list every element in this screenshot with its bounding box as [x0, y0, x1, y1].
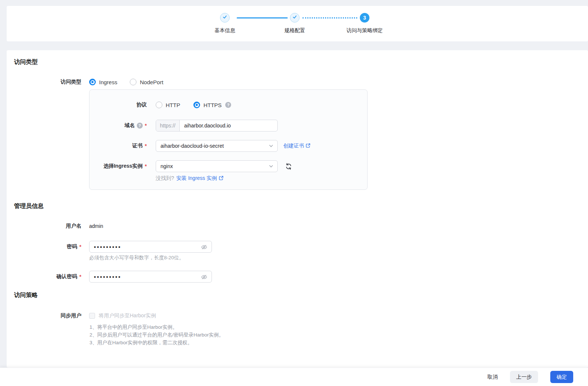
domain-row: 域名 ? * https:// aiharbor.daocloud.io	[89, 120, 367, 131]
required-asterisk: *	[145, 143, 147, 149]
access-type-row: 访问类型 Ingress NodePort	[7, 76, 588, 88]
password-masked-value: •••••••••	[94, 244, 121, 250]
confirm-password-label: 确认密码	[57, 273, 77, 280]
certificate-label: 证书	[132, 143, 143, 149]
chevron-down-icon	[268, 163, 274, 170]
previous-step-button[interactable]: 上一步	[510, 371, 538, 383]
certificate-value: aiharbor-daocloud-io-secret	[160, 143, 224, 149]
section-title-access-type: 访问类型	[14, 58, 38, 66]
section-title-admin-info: 管理员信息	[14, 202, 44, 210]
chevron-down-icon	[268, 143, 274, 150]
not-found-text: 没找到?	[156, 175, 174, 182]
check-icon	[292, 14, 297, 21]
required-asterisk: *	[80, 244, 81, 250]
certificate-row: 证书 * aiharbor-daocloud-io-secret 创建证书	[89, 140, 367, 152]
domain-value: aiharbor.daocloud.io	[180, 123, 235, 129]
step-3-current-circle: 3	[360, 13, 369, 23]
access-type-label: 访问类型	[7, 79, 81, 85]
radio-https[interactable]	[193, 102, 200, 108]
certificate-select[interactable]: aiharbor-daocloud-io-secret	[156, 140, 278, 152]
radio-http-label[interactable]: HTTP	[166, 102, 180, 108]
step-1-done-circle	[220, 13, 230, 23]
ingress-instance-row: 选择Ingress实例 * nginx	[89, 160, 367, 172]
step-label-spec-config: 规格配置	[254, 27, 335, 34]
required-asterisk: *	[145, 123, 147, 129]
step-number: 3	[363, 15, 366, 21]
eye-off-icon[interactable]	[200, 243, 208, 251]
sync-users-checkbox-label: 将用户同步至Harbor实例	[99, 312, 156, 319]
password-hint: 必须包含大小写字母和数字，长度8-20位。	[89, 255, 184, 261]
refresh-icon[interactable]	[285, 163, 293, 170]
radio-ingress[interactable]	[89, 79, 96, 85]
install-ingress-link-text: 安装 Ingress 实例	[176, 175, 217, 182]
step-label-access-policy-binding: 访问与策略绑定	[324, 27, 405, 34]
create-harbor-wizard-page: 3 基本信息 规格配置 访问与策略绑定 访问类型 访问类型 Ingress No…	[0, 0, 588, 386]
create-certificate-link-text: 创建证书	[283, 143, 304, 149]
stepper-card: 3 基本信息 规格配置 访问与策略绑定	[7, 6, 588, 41]
check-icon	[222, 14, 227, 21]
https-help-icon[interactable]: ?	[225, 102, 231, 108]
radio-https-label[interactable]: HTTPS	[203, 102, 222, 108]
step-connector-solid	[237, 17, 288, 18]
protocol-row: 协议 HTTP HTTPS ?	[89, 99, 367, 110]
username-row: 用户名 admin	[7, 220, 588, 232]
radio-nodeport[interactable]	[130, 79, 136, 85]
cancel-button[interactable]: 取消	[487, 371, 498, 383]
step-2-done-circle	[290, 13, 300, 23]
domain-label: 域名	[125, 122, 135, 129]
radio-nodeport-label[interactable]: NodePort	[140, 79, 163, 85]
install-ingress-link[interactable]: 安装 Ingress 实例	[176, 175, 224, 182]
domain-input[interactable]: https:// aiharbor.daocloud.io	[156, 120, 278, 131]
ingress-settings-panel: 协议 HTTP HTTPS ? 域名 ? * https://	[89, 89, 368, 190]
required-asterisk: *	[145, 163, 147, 169]
password-label: 密码	[67, 243, 77, 250]
external-link-icon	[305, 143, 311, 149]
confirm-password-input[interactable]: •••••••••	[89, 271, 212, 283]
ingress-instance-select[interactable]: nginx	[156, 160, 278, 172]
section-title-access-policy: 访问策略	[14, 291, 38, 299]
domain-help-icon[interactable]: ?	[137, 123, 143, 129]
create-certificate-link[interactable]: 创建证书	[283, 143, 311, 149]
eye-off-icon[interactable]	[200, 273, 208, 281]
main-form-card: 访问类型 访问类型 Ingress NodePort 协议 HTTP HTTPS…	[7, 50, 588, 368]
confirm-button[interactable]: 确定	[550, 371, 573, 383]
step-label-basic-info: 基本信息	[184, 27, 266, 34]
wizard-footer-bar: 取消 上一步 确定	[0, 368, 588, 386]
radio-http[interactable]	[156, 102, 162, 108]
sync-users-notes: 1、将平台中的用户同步至Harbor实例。 2、同步后用户可以通过平台的用户名/…	[89, 324, 224, 347]
ingress-not-found-row: 没找到? 安装 Ingress 实例	[89, 174, 367, 182]
ingress-instance-value: nginx	[160, 163, 173, 169]
step-connector-dotted	[303, 17, 357, 18]
confirm-password-masked-value: •••••••••	[94, 274, 121, 280]
password-input[interactable]: •••••••••	[89, 241, 212, 253]
external-link-icon	[219, 175, 224, 182]
confirm-password-row: 确认密码 * •••••••••	[7, 271, 588, 283]
sync-users-label: 同步用户	[7, 312, 81, 319]
domain-prefix: https://	[156, 120, 180, 131]
sync-note-3: 3、用户在Harbor实例中的权限，需二次授权。	[89, 339, 224, 346]
sync-users-checkbox[interactable]	[89, 313, 95, 319]
username-label: 用户名	[7, 223, 81, 229]
sync-note-1: 1、将平台中的用户同步至Harbor实例。	[89, 324, 224, 331]
username-value: admin	[89, 223, 103, 229]
sync-note-2: 2、同步后用户可以通过平台的用户名/密码登录Harbor实例。	[89, 331, 224, 339]
sync-users-row: 同步用户 将用户同步至Harbor实例	[7, 310, 588, 322]
required-asterisk: *	[80, 274, 81, 280]
radio-ingress-label[interactable]: Ingress	[99, 79, 117, 85]
protocol-label: 协议	[89, 102, 147, 108]
ingress-instance-label: 选择Ingress实例	[104, 163, 143, 170]
password-row: 密码 * •••••••••	[7, 241, 588, 253]
